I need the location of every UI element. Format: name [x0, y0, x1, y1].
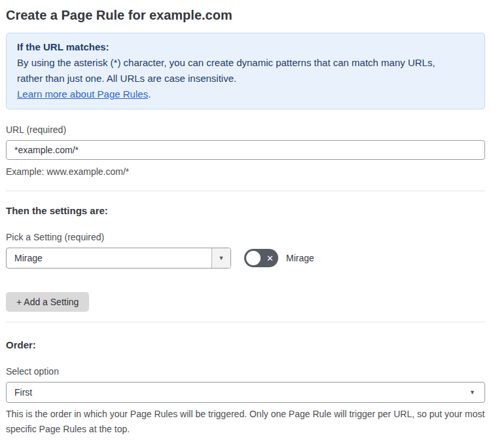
select-option-label: Select option [6, 366, 485, 377]
url-label: URL (required) [6, 124, 485, 135]
chevron-down-icon: ▼ [469, 390, 475, 396]
add-setting-button[interactable]: + Add a Setting [6, 292, 89, 312]
order-select-value: First [7, 383, 469, 402]
order-section-heading: Order: [6, 339, 485, 351]
pick-setting-label: Pick a Setting (required) [6, 232, 485, 242]
divider [6, 322, 485, 322]
info-box-heading: If the URL matches: [17, 39, 474, 55]
chevron-down-icon: ▼ [219, 255, 225, 261]
order-select-caret-wrap: ▼ [469, 383, 484, 402]
divider [6, 191, 485, 191]
url-match-info-box: If the URL matches: By using the asteris… [6, 33, 485, 109]
info-box-body: By using the asterisk (*) character, you… [17, 55, 449, 86]
page-title: Create a Page Rule for example.com [6, 7, 485, 24]
x-icon: ✕ [266, 254, 274, 263]
settings-section-heading: Then the settings are: [6, 205, 485, 217]
order-select[interactable]: First ▼ [6, 382, 485, 403]
toggle-knob [246, 251, 261, 265]
url-example-helper: Example: www.example.com/* [6, 164, 485, 179]
link-suffix-period: . [148, 88, 151, 100]
url-input[interactable] [6, 140, 485, 160]
create-page-rule-form: Create a Page Rule for example.com If th… [0, 0, 491, 448]
mirage-toggle[interactable]: ✕ [244, 249, 278, 267]
info-box-link-line: Learn more about Page Rules. [17, 86, 474, 102]
setting-select-value: Mirage [7, 248, 211, 268]
setting-picker-row: Mirage ▼ ✕ Mirage [6, 248, 485, 269]
toggle-label: Mirage [286, 253, 314, 263]
setting-select-arrow-button[interactable]: ▼ [211, 248, 230, 268]
order-helper-text: This is the order in which your Page Rul… [6, 407, 485, 437]
learn-more-link[interactable]: Learn more about Page Rules [17, 88, 148, 100]
setting-select[interactable]: Mirage ▼ [6, 248, 231, 269]
